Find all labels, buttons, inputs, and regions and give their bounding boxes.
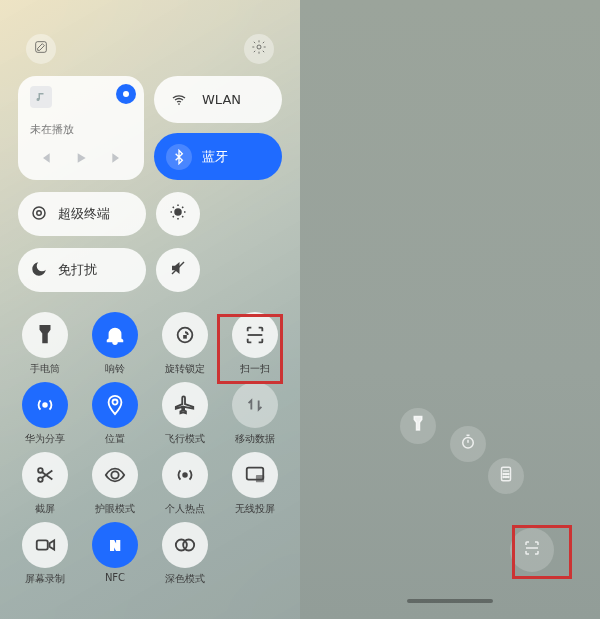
shortcut-scan[interactable]: 扫一扫 xyxy=(224,312,286,376)
svg-point-27 xyxy=(508,473,509,474)
svg-text:N: N xyxy=(110,538,121,553)
airplay-button[interactable] xyxy=(116,84,136,104)
lock-shortcut-flashlight[interactable] xyxy=(400,408,436,444)
control-center-screenshot: 未在播放 WLAN 蓝牙 xyxy=(0,0,300,619)
shortcut-label: NFC xyxy=(105,572,125,583)
lock-shortcut-arc xyxy=(434,408,554,579)
svg-point-1 xyxy=(257,45,261,49)
wifi-icon xyxy=(166,87,192,113)
shortcut-label: 手电筒 xyxy=(30,362,60,376)
settings-button[interactable] xyxy=(244,34,274,64)
shortcut-rotation[interactable]: 旋转锁定 xyxy=(154,312,216,376)
scan-icon xyxy=(232,312,278,358)
flashlight-icon xyxy=(22,312,68,358)
shortcut-label: 截屏 xyxy=(35,502,55,516)
dnd-pill[interactable]: 免打扰 xyxy=(18,248,146,292)
svg-point-28 xyxy=(503,476,504,477)
flashlight-icon xyxy=(409,415,427,437)
lock-shortcut-timer[interactable] xyxy=(450,426,486,462)
shortcut-label: 无线投屏 xyxy=(235,502,275,516)
shortcut-hotspot[interactable]: 个人热点 xyxy=(154,452,216,516)
comparison-stage: 未在播放 WLAN 蓝牙 xyxy=(0,0,600,619)
bluetooth-icon xyxy=(166,144,192,170)
bluetooth-label: 蓝牙 xyxy=(202,148,228,166)
brightness-icon xyxy=(169,203,187,225)
svg-point-14 xyxy=(38,477,43,482)
shortcut-ring[interactable]: 响铃 xyxy=(84,312,146,376)
dark-mode-icon xyxy=(162,522,208,568)
shortcut-label: 飞行模式 xyxy=(165,432,205,446)
mute-button[interactable] xyxy=(156,248,200,292)
control-center-row-3: 免打扰 xyxy=(18,248,282,292)
svg-rect-0 xyxy=(36,42,47,53)
mute-icon xyxy=(169,259,187,281)
play-icon[interactable] xyxy=(73,150,89,170)
svg-point-7 xyxy=(175,209,181,215)
lock-shortcut-calculator[interactable] xyxy=(488,458,524,494)
control-center-top-bar xyxy=(0,34,300,64)
dnd-label: 免打扰 xyxy=(58,261,97,279)
svg-point-3 xyxy=(125,92,128,95)
control-center-row-1: 未在播放 WLAN 蓝牙 xyxy=(18,76,282,180)
shortcut-flashlight[interactable]: 手电筒 xyxy=(14,312,76,376)
svg-point-13 xyxy=(38,468,43,473)
shortcut-label: 深色模式 xyxy=(165,572,205,586)
gear-icon xyxy=(251,39,267,59)
next-icon[interactable] xyxy=(107,150,123,170)
shortcut-mobile-data[interactable]: 移动数据 xyxy=(224,382,286,446)
svg-point-21 xyxy=(183,540,194,551)
scan-icon xyxy=(523,539,541,561)
shortcut-screenshot[interactable]: 截屏 xyxy=(14,452,76,516)
prev-icon[interactable] xyxy=(39,150,55,170)
svg-point-12 xyxy=(43,403,47,407)
location-icon xyxy=(92,382,138,428)
shortcut-dark-mode[interactable]: 深色模式 xyxy=(154,522,216,586)
hotspot-icon xyxy=(162,452,208,498)
svg-point-5 xyxy=(37,210,42,215)
shortcut-label: 屏幕录制 xyxy=(25,572,65,586)
shortcut-eye-care[interactable]: 护眼模式 xyxy=(84,452,146,516)
record-icon xyxy=(22,522,68,568)
svg-point-6 xyxy=(33,207,45,219)
shortcut-label: 移动数据 xyxy=(235,432,275,446)
bluetooth-toggle[interactable]: 蓝牙 xyxy=(154,133,282,180)
bell-icon xyxy=(92,312,138,358)
shortcut-nfc[interactable]: NNFC xyxy=(84,522,146,586)
media-card[interactable]: 未在播放 xyxy=(18,76,144,180)
data-icon xyxy=(232,382,278,428)
media-status: 未在播放 xyxy=(30,122,132,137)
rotation-lock-icon xyxy=(162,312,208,358)
airplay-icon xyxy=(120,85,132,104)
svg-point-26 xyxy=(505,473,506,474)
moon-icon xyxy=(30,260,48,281)
shortcut-cast[interactable]: 无线投屏 xyxy=(224,452,286,516)
music-note-icon xyxy=(30,86,52,108)
cast-icon xyxy=(232,452,278,498)
brightness-button[interactable] xyxy=(156,192,200,236)
calculator-icon xyxy=(497,465,515,487)
media-controls xyxy=(30,150,132,170)
wlan-label: WLAN xyxy=(202,92,241,107)
svg-point-15 xyxy=(183,473,187,477)
shortcut-label: 位置 xyxy=(105,432,125,446)
lock-shortcut-scan[interactable] xyxy=(510,528,554,572)
shortcut-location[interactable]: 位置 xyxy=(84,382,146,446)
super-device-label: 超级终端 xyxy=(58,205,110,223)
connectivity-pills: WLAN 蓝牙 xyxy=(154,76,282,180)
lock-screen-screenshot xyxy=(300,0,600,619)
shortcut-record[interactable]: 屏幕录制 xyxy=(14,522,76,586)
shortcut-grid: 手电筒响铃旋转锁定扫一扫华为分享位置飞行模式移动数据截屏护眼模式个人热点无线投屏… xyxy=(14,312,286,586)
edit-button[interactable] xyxy=(26,34,56,64)
shortcut-hw-share[interactable]: 华为分享 xyxy=(14,382,76,446)
svg-point-29 xyxy=(505,476,506,477)
super-device-pill[interactable]: 超级终端 xyxy=(18,192,146,236)
scissors-icon xyxy=(22,452,68,498)
share-icon xyxy=(22,382,68,428)
nfc-icon: N xyxy=(92,522,138,568)
svg-point-30 xyxy=(508,476,509,477)
control-center-row-2: 超级终端 xyxy=(18,192,282,236)
shortcut-airplane[interactable]: 飞行模式 xyxy=(154,382,216,446)
svg-rect-10 xyxy=(183,335,187,339)
compose-icon xyxy=(33,39,49,59)
wlan-toggle[interactable]: WLAN xyxy=(154,76,282,123)
